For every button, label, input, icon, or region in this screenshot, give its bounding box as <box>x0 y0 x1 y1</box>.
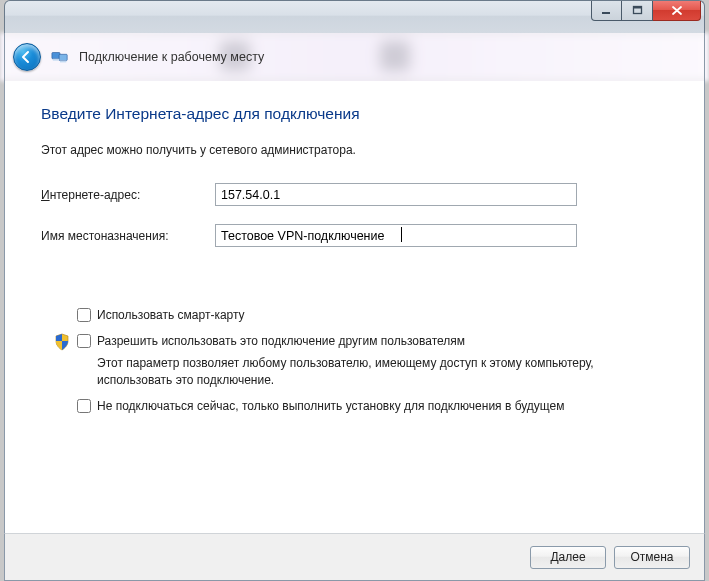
connect-later-checkbox[interactable] <box>77 399 91 413</box>
smartcard-label: Использовать смарт-карту <box>97 307 245 323</box>
connect-later-row: Не подключаться сейчас, только выполнить… <box>77 398 668 414</box>
shield-icon <box>53 333 71 351</box>
wizard-window: Подключение к рабочему месту Введите Инт… <box>4 0 705 581</box>
destination-name-label: Имя местоназначения: <box>41 229 215 243</box>
cancel-button[interactable]: Отмена <box>614 546 690 569</box>
title-bar <box>4 0 705 33</box>
close-button[interactable] <box>653 1 701 21</box>
internet-address-row: Интернете-адрес: <box>41 183 668 206</box>
share-connection-label: Разрешить использовать это подключение д… <box>97 333 465 349</box>
back-button[interactable] <box>13 43 41 71</box>
connect-later-label: Не подключаться сейчас, только выполнить… <box>97 398 565 414</box>
page-heading: Введите Интернета-адрес для подключения <box>41 105 668 123</box>
wizard-content: Введите Интернета-адрес для подключения … <box>4 81 705 533</box>
smartcard-row: Использовать смарт-карту <box>77 307 668 323</box>
maximize-icon <box>632 5 643 16</box>
next-button[interactable]: Далее <box>530 546 606 569</box>
workplace-icon <box>51 48 69 66</box>
minimize-button[interactable] <box>591 1 622 21</box>
destination-name-row: Имя местоназначения: <box>41 224 668 247</box>
close-icon <box>671 5 683 16</box>
share-connection-checkbox[interactable] <box>77 334 91 348</box>
internet-address-input[interactable] <box>215 183 577 206</box>
share-connection-row: Разрешить использовать это подключение д… <box>77 333 668 349</box>
svg-rect-6 <box>60 61 66 63</box>
share-connection-description: Этот параметр позволяет любому пользоват… <box>97 355 668 387</box>
back-arrow-icon <box>19 49 35 65</box>
wizard-header: Подключение к рабочему месту <box>4 33 705 81</box>
svg-rect-2 <box>633 7 641 9</box>
wizard-footer: Далее Отмена <box>4 533 705 581</box>
svg-rect-5 <box>53 59 59 61</box>
page-subtext: Этот адрес можно получить у сетевого адм… <box>41 143 668 157</box>
svg-rect-0 <box>602 12 610 14</box>
maximize-button[interactable] <box>622 1 653 21</box>
minimize-icon <box>601 5 612 16</box>
destination-name-input[interactable] <box>215 224 577 247</box>
svg-rect-4 <box>59 54 67 60</box>
wizard-title: Подключение к рабочему месту <box>79 50 264 64</box>
options-group: Использовать смарт-карту Разрешить испол… <box>41 307 668 424</box>
internet-address-label: Интернете-адрес: <box>41 188 215 202</box>
smartcard-checkbox[interactable] <box>77 308 91 322</box>
